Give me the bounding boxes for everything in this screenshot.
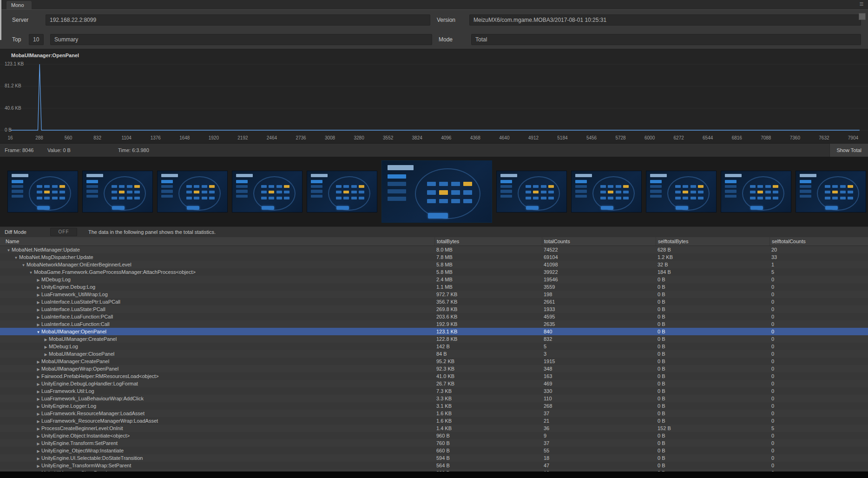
foldout-collapsed-icon[interactable]: ▶	[35, 433, 41, 439]
table-row[interactable]: ▶UnityEngine_ObjectWrap:Instantiate660 B…	[0, 447, 868, 454]
foldout-collapsed-icon[interactable]: ▶	[43, 351, 49, 358]
diff-mode-toggle[interactable]: OFF	[50, 228, 77, 236]
frame-thumbnail[interactable]	[646, 171, 717, 212]
chart-x-tick-label: 6544	[703, 135, 713, 140]
column-header-totalbytes[interactable]: totalBytes	[434, 237, 542, 246]
total-bytes: 142 B	[434, 343, 542, 350]
table-row[interactable]: ▶LuaInterface.LuaState:PCall269.8 KB1933…	[0, 305, 868, 313]
frame-thumbnail[interactable]	[571, 171, 642, 212]
table-row[interactable]: ▶MobaUIManagerWrap:OpenPanel92.3 KB3480 …	[0, 365, 868, 372]
table-row[interactable]: ▼MobaNet.NetManager:Update8.0 MB74522628…	[0, 246, 868, 253]
table-row[interactable]: ▶UnityEngine_TransformWrap:SetParent564 …	[0, 462, 868, 469]
frame-thumbnail[interactable]	[496, 171, 567, 212]
foldout-collapsed-icon[interactable]: ▶	[35, 292, 41, 298]
table-row[interactable]: ▼MobaUIManager:OpenPanel123.1 KB8400 B0	[0, 328, 868, 335]
foldout-collapsed-icon[interactable]: ▶	[35, 463, 41, 469]
foldout-collapsed-icon[interactable]: ▶	[35, 381, 41, 387]
table-row[interactable]: ▶LuaInterface.LuaFunction:PCall203.6 KB4…	[0, 313, 868, 320]
frame-thumbnail[interactable]	[721, 171, 791, 212]
table-row[interactable]: ▶LuaInterface.LuaStatePtr:LuaPCall356.7 …	[0, 298, 868, 305]
frame-thumbnail[interactable]	[157, 171, 228, 212]
table-row[interactable]: ▶MDebug:Log142 B50 B0	[0, 343, 868, 350]
foldout-collapsed-icon[interactable]: ▶	[35, 306, 41, 313]
foldout-collapsed-icon[interactable]: ▶	[35, 403, 41, 410]
total-bytes: 122.8 KB	[434, 335, 542, 343]
foldout-collapsed-icon[interactable]: ▶	[35, 366, 41, 372]
table-row[interactable]: ▶UnityEngine.Debug:Log1.1 MB35590 B0	[0, 283, 868, 291]
frame-thumbnail[interactable]	[7, 171, 78, 212]
table-row[interactable]: ▼MobaGame.Framework.GameProcessManager:A…	[0, 268, 868, 276]
foldout-collapsed-icon[interactable]: ▶	[35, 321, 41, 328]
total-bytes: 3.3 KB	[434, 395, 542, 402]
table-row[interactable]: ▶UnityEngine.Transform:SetParent760 B370…	[0, 439, 868, 447]
table-row[interactable]: ▶LuaFramework_LuaBehaviourWrap:AddClick3…	[0, 395, 868, 402]
table-row[interactable]: ▶MobaUIManager:CreatePanel95.2 KB19150 B…	[0, 358, 868, 365]
chart-plot-area[interactable]: 123.1 KB81.2 KB40.6 KB0 B	[0, 61, 868, 133]
frame-thumbnail-selected[interactable]	[381, 160, 492, 223]
foldout-expanded-icon[interactable]: ▼	[20, 262, 26, 268]
foldout-collapsed-icon[interactable]: ▶	[35, 373, 41, 380]
table-row[interactable]: ▶LuaInterface.LuaFunction:Call192.9 KB26…	[0, 320, 868, 328]
column-header-totalcounts[interactable]: totalCounts	[542, 237, 656, 246]
thumbnail-button-block	[427, 199, 436, 203]
foldout-collapsed-icon[interactable]: ▶	[35, 388, 41, 395]
server-toolbar: Server 192.168.22.2:8099 Version MeizuMX…	[0, 9, 868, 30]
foldout-collapsed-icon[interactable]: ▶	[35, 284, 41, 291]
table-row[interactable]: ▶LuaFramework.ResourceManager:LoadAsset1…	[0, 410, 868, 417]
foldout-collapsed-icon[interactable]: ▶	[35, 314, 41, 320]
tab-mono[interactable]: Mono	[7, 1, 32, 9]
foldout-collapsed-icon[interactable]: ▶	[35, 411, 41, 417]
table-row[interactable]: ▶MDebug:Log2.4 MB195460 B0	[0, 276, 868, 283]
foldout-collapsed-icon[interactable]: ▶	[35, 455, 41, 462]
scrollbar-thumb[interactable]	[859, 13, 866, 20]
show-total-button[interactable]: Show Total	[829, 144, 868, 157]
thumbnail-button-block	[37, 191, 42, 193]
foldout-collapsed-icon[interactable]: ▶	[43, 336, 49, 343]
table-row[interactable]: ▶LuaFramework_ResourceManagerWrap:LoadAs…	[0, 417, 868, 425]
foldout-collapsed-icon[interactable]: ▶	[35, 418, 41, 425]
foldout-expanded-icon[interactable]: ▼	[13, 254, 19, 261]
chart-y-tick-label: 0 B	[5, 127, 12, 133]
column-header-name[interactable]: Name	[0, 237, 434, 246]
frame-thumbnail[interactable]	[307, 171, 377, 212]
frame-thumbnail[interactable]	[796, 171, 866, 212]
table-row[interactable]: ▶UnityEngine.Object:Instantiate<object>9…	[0, 432, 868, 439]
table-row[interactable]: ▶ProcessCreateBeginnerLevel:OnInit1.4 KB…	[0, 425, 868, 432]
frame-thumbnail[interactable]	[82, 171, 153, 212]
foldout-expanded-icon[interactable]: ▼	[6, 247, 12, 253]
total-counts: 3	[542, 350, 656, 358]
mode-select[interactable]: Total	[471, 34, 861, 45]
panel-options-icon[interactable]: ☰	[859, 1, 864, 7]
top-count-input[interactable]: 10	[29, 34, 44, 45]
thumbnail-button-block	[765, 191, 771, 193]
server-input[interactable]: 192.168.22.2:8099	[46, 14, 430, 26]
table-row[interactable]: ▼MobaNet.MsgDispatcher:Update7.8 MB69104…	[0, 253, 868, 261]
frame-thumbnail[interactable]	[232, 171, 302, 212]
foldout-expanded-icon[interactable]: ▼	[28, 269, 34, 276]
table-row[interactable]: ▶UnityEngine.DebugLogHandler:LogFormat26…	[0, 380, 868, 387]
thumbnail-button-block	[194, 185, 199, 188]
table-row[interactable]: ▶MobaUIManager:ClosePanel84 B30 B0	[0, 350, 868, 358]
table-row[interactable]: ▶LuaFramework.Util:Log7.3 KB3300 B0	[0, 387, 868, 395]
thumbnail-button-block	[608, 191, 613, 193]
foldout-collapsed-icon[interactable]: ▶	[35, 448, 41, 454]
table-row[interactable]: ▼MobaNetworkManager:OnEnterBeginnerLevel…	[0, 261, 868, 268]
foldout-collapsed-icon[interactable]: ▶	[43, 344, 49, 350]
table-row[interactable]: ▶Fairwood.PrefabHelper:RMResourcesLoad<o…	[0, 372, 868, 380]
table-row[interactable]: ▶LuaFramework_UtilWrap:Log972.7 KB1980 B…	[0, 291, 868, 298]
foldout-expanded-icon[interactable]: ▼	[35, 329, 41, 335]
thumbnail-menu-item	[86, 190, 99, 193]
table-row[interactable]: ▶UnityEngine.UI.Selectable:DoStateTransi…	[0, 454, 868, 462]
foldout-collapsed-icon[interactable]: ▶	[35, 277, 41, 283]
foldout-collapsed-icon[interactable]: ▶	[35, 358, 41, 365]
foldout-collapsed-icon[interactable]: ▶	[35, 396, 41, 402]
table-row[interactable]: ▶MobaUIManager:CreatePanel122.8 KB8320 B…	[0, 335, 868, 343]
column-header-selftotalbytes[interactable]: selftotalBytes	[656, 237, 769, 246]
foldout-collapsed-icon[interactable]: ▶	[35, 440, 41, 447]
summary-input[interactable]: Summary	[50, 34, 432, 45]
thumbnail-button-block	[351, 191, 357, 193]
column-header-selftotalcounts[interactable]: selftotalCounts	[769, 237, 868, 246]
table-row[interactable]: ▶UnityEngine.Logger:Log3.1 KB2680 B0	[0, 402, 868, 410]
foldout-collapsed-icon[interactable]: ▶	[35, 299, 41, 305]
foldout-collapsed-icon[interactable]: ▶	[35, 425, 41, 432]
